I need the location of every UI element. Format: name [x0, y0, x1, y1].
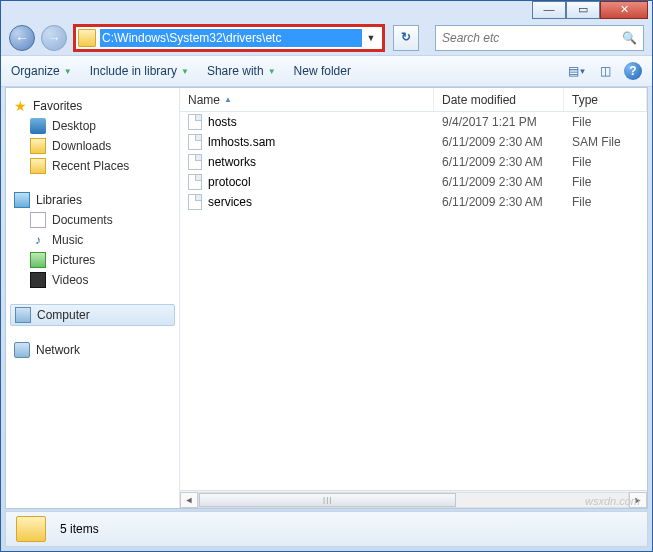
organize-button[interactable]: Organize▼ [11, 64, 72, 78]
sidebar-item-videos[interactable]: Videos [10, 270, 175, 290]
file-icon [188, 154, 202, 170]
table-row[interactable]: protocol6/11/2009 2:30 AMFile [180, 172, 647, 192]
file-type: File [564, 175, 647, 189]
search-input[interactable] [442, 31, 622, 45]
file-name: lmhosts.sam [208, 135, 275, 149]
table-row[interactable]: services6/11/2009 2:30 AMFile [180, 192, 647, 212]
file-date: 6/11/2009 2:30 AM [434, 195, 564, 209]
sidebar-item-desktop[interactable]: Desktop [10, 116, 175, 136]
sidebar-item-computer[interactable]: Computer [10, 304, 175, 326]
file-rows: hosts9/4/2017 1:21 PMFilelmhosts.sam6/11… [180, 112, 647, 490]
new-folder-button[interactable]: New folder [294, 64, 351, 78]
maximize-button[interactable]: ▭ [566, 1, 600, 19]
minimize-button[interactable]: — [532, 1, 566, 19]
star-icon: ★ [14, 98, 27, 114]
sidebar-item-network[interactable]: Network [10, 340, 175, 360]
sidebar-item-pictures[interactable]: Pictures [10, 250, 175, 270]
file-icon [188, 174, 202, 190]
folder-icon [16, 516, 46, 542]
scroll-left-icon[interactable]: ◄ [180, 492, 198, 508]
file-icon [188, 114, 202, 130]
address-bar[interactable]: ▼ [73, 24, 385, 52]
table-row[interactable]: hosts9/4/2017 1:21 PMFile [180, 112, 647, 132]
recent-icon [30, 158, 46, 174]
file-type: SAM File [564, 135, 647, 149]
table-row[interactable]: lmhosts.sam6/11/2009 2:30 AMSAM File [180, 132, 647, 152]
status-item-count: 5 items [60, 522, 99, 536]
documents-icon [30, 212, 46, 228]
scroll-track[interactable]: ||| [198, 492, 629, 508]
include-in-library-button[interactable]: Include in library▼ [90, 64, 189, 78]
column-date[interactable]: Date modified [434, 88, 564, 111]
address-input[interactable] [100, 29, 362, 47]
view-options-icon[interactable]: ▤▼ [568, 62, 586, 80]
refresh-button[interactable]: ↻ [393, 25, 419, 51]
downloads-icon [30, 138, 46, 154]
help-icon[interactable]: ? [624, 62, 642, 80]
file-type: File [564, 195, 647, 209]
file-icon [188, 134, 202, 150]
sidebar-favorites-header[interactable]: ★Favorites [10, 96, 175, 116]
folder-icon [78, 29, 96, 47]
file-date: 6/11/2009 2:30 AM [434, 155, 564, 169]
file-name: hosts [208, 115, 237, 129]
file-date: 6/11/2009 2:30 AM [434, 135, 564, 149]
network-icon [14, 342, 30, 358]
preview-pane-icon[interactable]: ◫ [596, 62, 614, 80]
sidebar-item-downloads[interactable]: Downloads [10, 136, 175, 156]
desktop-icon [30, 118, 46, 134]
file-date: 6/11/2009 2:30 AM [434, 175, 564, 189]
watermark: wsxdn.com [585, 495, 640, 507]
videos-icon [30, 272, 46, 288]
address-dropdown-icon[interactable]: ▼ [362, 33, 380, 43]
music-icon: ♪ [30, 232, 46, 248]
file-name: networks [208, 155, 256, 169]
file-type: File [564, 115, 647, 129]
column-name[interactable]: Name▲ [180, 88, 434, 111]
toolbar: Organize▼ Include in library▼ Share with… [1, 55, 652, 87]
nav-row: ← → ▼ ↻ 🔍 [1, 21, 652, 55]
sidebar-libraries-header[interactable]: Libraries [10, 190, 175, 210]
column-type[interactable]: Type [564, 88, 647, 111]
libraries-icon [14, 192, 30, 208]
status-bar: 5 items [5, 511, 648, 547]
search-icon: 🔍 [622, 31, 637, 45]
share-with-button[interactable]: Share with▼ [207, 64, 276, 78]
sidebar-item-music[interactable]: ♪Music [10, 230, 175, 250]
file-name: protocol [208, 175, 251, 189]
sort-ascending-icon: ▲ [224, 95, 232, 104]
back-button[interactable]: ← [9, 25, 35, 51]
file-type: File [564, 155, 647, 169]
navigation-pane: ★Favorites Desktop Downloads Recent Plac… [6, 88, 180, 508]
explorer-window: — ▭ ✕ ← → ▼ ↻ 🔍 Organize▼ Include in lib… [0, 0, 653, 552]
sidebar-item-documents[interactable]: Documents [10, 210, 175, 230]
scroll-thumb[interactable]: ||| [199, 493, 456, 507]
file-icon [188, 194, 202, 210]
table-row[interactable]: networks6/11/2009 2:30 AMFile [180, 152, 647, 172]
titlebar: — ▭ ✕ [1, 1, 652, 21]
close-button[interactable]: ✕ [600, 1, 648, 19]
forward-button[interactable]: → [41, 25, 67, 51]
sidebar-item-recent-places[interactable]: Recent Places [10, 156, 175, 176]
file-date: 9/4/2017 1:21 PM [434, 115, 564, 129]
horizontal-scrollbar[interactable]: ◄ ||| ► [180, 490, 647, 508]
search-box[interactable]: 🔍 [435, 25, 644, 51]
column-headers: Name▲ Date modified Type [180, 88, 647, 112]
computer-icon [15, 307, 31, 323]
file-name: services [208, 195, 252, 209]
pictures-icon [30, 252, 46, 268]
file-list-pane: Name▲ Date modified Type hosts9/4/2017 1… [180, 88, 647, 508]
content-area: ★Favorites Desktop Downloads Recent Plac… [5, 87, 648, 509]
